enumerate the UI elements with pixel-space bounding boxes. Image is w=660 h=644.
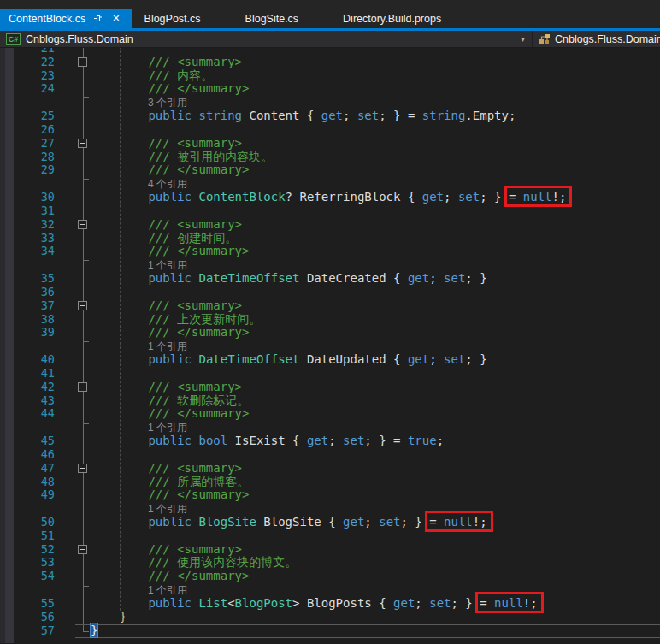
- code-line[interactable]: 31: [0, 204, 660, 218]
- code-line[interactable]: 47 /// <summary>: [0, 462, 660, 476]
- code-line[interactable]: 30 public ContentBlock? ReferringBlock {…: [0, 191, 660, 204]
- code-line[interactable]: 37 /// <summary>: [0, 299, 660, 313]
- codelens-references[interactable]: 1 个引用: [148, 584, 187, 596]
- project-dropdown[interactable]: C# Cnblogs.Fluss.Domain ▾: [0, 31, 532, 47]
- code-line[interactable]: 39 /// </summary>: [0, 326, 660, 340]
- code-line[interactable]: 51: [0, 529, 660, 543]
- tab-directory-build-props[interactable]: Directory.Build.props: [330, 9, 454, 28]
- code-line[interactable]: 35 public DateTimeOffset DateCreated { g…: [0, 272, 660, 286]
- code-text[interactable]: /// <summary>: [56, 543, 660, 557]
- code-line[interactable]: 48 /// 所属的博客。: [0, 476, 660, 489]
- code-text[interactable]: /// </summary>: [56, 488, 660, 502]
- code-line[interactable]: 26: [0, 123, 660, 137]
- code-line[interactable]: 28 /// 被引用的内容块。: [0, 151, 660, 164]
- code-text[interactable]: /// <summary>: [56, 137, 660, 151]
- type-dropdown[interactable]: Cnblogs.Fluss.Domain.E: [532, 31, 660, 47]
- code-line[interactable]: 33 /// 创建时间。: [0, 232, 660, 245]
- codelens-references[interactable]: 3 个引用: [148, 97, 187, 109]
- codelens-references[interactable]: 1 个引用: [148, 259, 187, 271]
- code-line[interactable]: 54 /// </summary>: [0, 570, 660, 583]
- code-line[interactable]: 41: [0, 367, 660, 381]
- code-text[interactable]: 1 个引用: [56, 421, 660, 434]
- code-line[interactable]: 56 }: [0, 611, 660, 624]
- code-line[interactable]: 44 /// </summary>: [0, 407, 660, 421]
- code-text[interactable]: 1 个引用: [56, 340, 660, 353]
- codelens-row[interactable]: 1 个引用: [0, 502, 660, 516]
- code-text[interactable]: public DateTimeOffset DateCreated { get;…: [56, 272, 660, 286]
- code-text[interactable]: 1 个引用: [56, 258, 660, 272]
- code-line[interactable]: 29 /// </summary>: [0, 163, 660, 177]
- codelens-row[interactable]: 3 个引用: [0, 96, 660, 109]
- tab-blogsite-cs[interactable]: BlogSite.cs: [233, 9, 312, 28]
- code-editor[interactable]: 2122 /// <summary>23 /// 内容。24 /// </sum…: [0, 48, 660, 643]
- code-line[interactable]: 52 /// <summary>: [0, 543, 660, 557]
- code-text[interactable]: [56, 123, 660, 137]
- code-text[interactable]: /// </summary>: [56, 407, 660, 421]
- code-line[interactable]: 43 /// 软删除标记。: [0, 394, 660, 408]
- pin-icon[interactable]: [93, 14, 103, 23]
- code-text[interactable]: [56, 204, 660, 218]
- code-text[interactable]: /// 使用该内容块的博文。: [56, 556, 660, 570]
- code-line[interactable]: 27 /// <summary>: [0, 137, 660, 151]
- code-text[interactable]: public DateTimeOffset DateUpdated { get;…: [56, 353, 660, 367]
- code-text[interactable]: }: [56, 624, 660, 638]
- code-text[interactable]: /// </summary>: [56, 326, 660, 340]
- code-line[interactable]: 55 public List<BlogPost> BlogPosts { get…: [0, 597, 660, 611]
- tab-blogpost-cs[interactable]: BlogPost.cs: [132, 9, 214, 28]
- code-line[interactable]: 42 /// <summary>: [0, 381, 660, 394]
- code-text[interactable]: 1 个引用: [56, 502, 660, 516]
- code-text[interactable]: /// </summary>: [56, 82, 660, 96]
- code-line[interactable]: 45 public bool IsExist { get; set; } = t…: [0, 434, 660, 448]
- code-text[interactable]: [56, 529, 660, 543]
- code-text[interactable]: public List<BlogPost> BlogPosts { get; s…: [56, 597, 660, 611]
- codelens-row[interactable]: 1 个引用: [0, 258, 660, 272]
- code-text[interactable]: /// 被引用的内容块。: [56, 151, 660, 164]
- close-icon[interactable]: ✕: [109, 13, 122, 24]
- code-line[interactable]: 40 public DateTimeOffset DateUpdated { g…: [0, 353, 660, 367]
- code-text[interactable]: public ContentBlock? ReferringBlock { ge…: [56, 191, 660, 204]
- code-text[interactable]: public BlogSite BlogSite { get; set; } =…: [56, 516, 660, 529]
- code-line[interactable]: 25 public string Content { get; set; } =…: [0, 109, 660, 123]
- code-text[interactable]: /// 所属的博客。: [56, 476, 660, 489]
- code-line[interactable]: 24 /// </summary>: [0, 82, 660, 96]
- code-text[interactable]: [56, 448, 660, 462]
- code-text[interactable]: /// <summary>: [56, 56, 660, 69]
- code-text[interactable]: }: [56, 611, 660, 624]
- codelens-references[interactable]: 1 个引用: [148, 340, 187, 352]
- code-line[interactable]: 50 public BlogSite BlogSite { get; set; …: [0, 516, 660, 529]
- code-line[interactable]: 23 /// 内容。: [0, 69, 660, 83]
- codelens-row[interactable]: 1 个引用: [0, 583, 660, 597]
- code-line[interactable]: 32 /// <summary>: [0, 218, 660, 232]
- code-text[interactable]: /// 软删除标记。: [56, 394, 660, 408]
- code-text[interactable]: [56, 367, 660, 381]
- code-line[interactable]: 46: [0, 448, 660, 462]
- code-line[interactable]: 53 /// 使用该内容块的博文。: [0, 556, 660, 570]
- code-line[interactable]: 38 /// 上次更新时间。: [0, 313, 660, 327]
- code-text[interactable]: /// <summary>: [56, 381, 660, 394]
- codelens-row[interactable]: 1 个引用: [0, 421, 660, 434]
- code-text[interactable]: /// <summary>: [56, 218, 660, 232]
- codelens-row[interactable]: 4 个引用: [0, 177, 660, 191]
- code-line[interactable]: 36: [0, 286, 660, 299]
- codelens-references[interactable]: 1 个引用: [148, 422, 187, 434]
- code-text[interactable]: public bool IsExist { get; set; } = true…: [56, 434, 660, 448]
- code-text[interactable]: /// <summary>: [56, 299, 660, 313]
- code-text[interactable]: /// </summary>: [56, 570, 660, 583]
- code-text[interactable]: /// </summary>: [56, 163, 660, 177]
- code-line[interactable]: 49 /// </summary>: [0, 488, 660, 502]
- code-line[interactable]: 22 /// <summary>: [0, 56, 660, 69]
- chevron-down-icon[interactable]: ▾: [521, 34, 525, 44]
- code-text[interactable]: 4 个引用: [56, 177, 660, 191]
- code-text[interactable]: /// </summary>: [56, 245, 660, 258]
- codelens-references[interactable]: 1 个引用: [148, 503, 187, 515]
- code-line[interactable]: 34 /// </summary>: [0, 245, 660, 258]
- codelens-row[interactable]: 1 个引用: [0, 340, 660, 353]
- code-text[interactable]: /// 上次更新时间。: [56, 313, 660, 327]
- code-text[interactable]: public string Content { get; set; } = st…: [56, 109, 660, 123]
- tab-contentblock-cs[interactable]: ContentBlock.cs✕: [0, 9, 132, 28]
- code-text[interactable]: 3 个引用: [56, 96, 660, 109]
- codelens-references[interactable]: 4 个引用: [148, 178, 187, 190]
- code-text[interactable]: [56, 286, 660, 299]
- code-text[interactable]: /// 内容。: [56, 69, 660, 83]
- code-line[interactable]: 57}: [0, 624, 660, 638]
